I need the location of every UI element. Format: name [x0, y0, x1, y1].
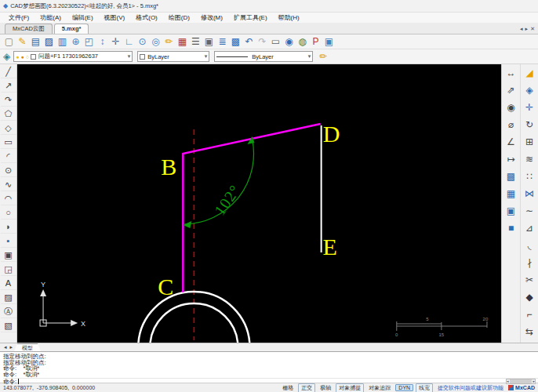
drawing-canvas[interactable]: 102° B C D E Y X 5 [17, 64, 501, 343]
layout-scroll-left-icon[interactable]: ◂ [2, 344, 9, 350]
dim-linear-icon[interactable]: ↔ [503, 64, 520, 82]
menu-modify[interactable]: 修改(M) [195, 13, 228, 22]
zoom-extents-icon[interactable]: ↕ [96, 35, 109, 49]
palette-icon[interactable]: ▦ [176, 35, 189, 49]
toggle-ortho[interactable]: 正交 [298, 383, 315, 392]
menu-view[interactable]: 视图(V) [99, 13, 131, 22]
zoom-window-icon[interactable]: ◰ [82, 35, 96, 49]
block-tools-icon[interactable]: ■ [503, 220, 520, 237]
mtext-tool-icon[interactable]: Ⓐ [1, 304, 16, 318]
scale-bar-entity[interactable]: 5 0 15 20 [395, 317, 489, 337]
circle-tool-icon[interactable]: ⊙ [1, 163, 16, 177]
polygon2-tool-icon[interactable]: ◇ [1, 121, 16, 135]
pan-icon[interactable]: ✛ [109, 35, 122, 49]
image-export-icon[interactable]: ▣ [322, 35, 336, 49]
join-icon[interactable]: ⇆ [521, 323, 538, 340]
copy-icon[interactable]: ◈ [521, 82, 538, 99]
arc3pt-tool-icon[interactable]: ◠ [1, 191, 16, 205]
menu-draw[interactable]: 绘图(D) [163, 13, 195, 22]
scroll-right-icon[interactable]: ▸ [533, 379, 535, 385]
web-upload-icon[interactable]: ◉ [282, 35, 296, 49]
dim-angular-icon[interactable]: ∠ [503, 133, 520, 151]
zoom-previous-icon[interactable]: ◎ [149, 35, 162, 49]
format-brush-icon[interactable]: ▩ [503, 168, 520, 185]
layer-manager-icon[interactable]: ▣ [202, 35, 216, 49]
text-tool-icon[interactable]: A [1, 276, 16, 290]
menu-edit[interactable]: 编辑(E) [67, 13, 99, 22]
draw-order-pencil-icon[interactable]: ✏ [319, 51, 327, 62]
dim-aligned-icon[interactable]: ⇗ [503, 82, 520, 99]
point-label-c[interactable]: C [158, 274, 173, 299]
dim-diameter-icon[interactable]: ⌀ [503, 116, 520, 133]
tab-mxcad-cloud[interactable]: MxCAD云图 [5, 24, 53, 34]
angle-value-label[interactable]: 102° [211, 181, 244, 218]
dim-radius-icon[interactable]: ◉ [503, 99, 520, 116]
construction-line-icon[interactable]: ↗ [1, 78, 16, 93]
model-tab[interactable]: 模型 [14, 343, 41, 351]
linetype-dropdown[interactable]: ByLayer ▾ [214, 51, 313, 62]
save-icon[interactable]: ▤ [29, 35, 42, 49]
chevron-down-icon[interactable]: ▾ [125, 53, 131, 60]
feedback-link[interactable]: 提交软件问题或建议新功能 [438, 384, 503, 392]
hatch-tool-icon[interactable]: ▧ [1, 318, 16, 332]
trim-icon[interactable]: ✂ [521, 271, 538, 289]
match-props-icon[interactable]: ▦ [503, 185, 520, 202]
properties-panel-icon[interactable]: ≣ [216, 35, 229, 49]
rotate-icon[interactable]: ↻ [521, 116, 538, 133]
move-icon[interactable]: ✛ [521, 99, 538, 116]
layout-scroll-right-icon[interactable]: ▸ [9, 344, 15, 350]
zoom-in-icon[interactable]: ⊕ [69, 35, 82, 49]
save-as-icon[interactable]: ▥ [56, 35, 69, 49]
options-icon[interactable]: ▩ [229, 35, 242, 49]
layer-dropdown[interactable]: ●●○ 问题+F1 17301962637 ▾ [13, 51, 133, 62]
ellipse-tool-icon[interactable]: ○ [1, 205, 16, 220]
edit-file-icon[interactable]: ✎ [16, 35, 29, 49]
linetype-manager-icon[interactable]: ☰ [189, 35, 202, 49]
tab-scroll-right-icon[interactable]: ▸ [525, 26, 529, 32]
toggle-otrack[interactable]: 对象追踪 [366, 384, 393, 392]
color-dropdown[interactable]: ByLayer ▾ [137, 51, 209, 62]
new-file-icon[interactable]: ▢ [2, 35, 16, 49]
array-icon[interactable]: ∷ [521, 168, 538, 185]
open-folder-icon[interactable]: ▨ [42, 35, 56, 49]
chevron-down-icon[interactable]: ▾ [305, 53, 311, 60]
layers-palette-icon[interactable]: ◈ [3, 51, 10, 62]
polyline-tool-icon[interactable]: ↷ [1, 93, 16, 107]
toggle-polar[interactable]: 极轴 [318, 384, 333, 392]
web-share-icon[interactable]: ◍ [296, 35, 309, 49]
magenta-polyline-entity[interactable] [183, 124, 320, 292]
line-tool-icon[interactable]: ╱ [1, 64, 16, 78]
command-hscrollbar[interactable]: ◂ ▸ [506, 379, 536, 384]
ucs-measure-icon[interactable]: ∟ [122, 35, 136, 49]
print-icon[interactable]: ▭ [269, 35, 282, 49]
toggle-dyn[interactable]: DYN [395, 384, 413, 391]
point-label-b[interactable]: B [161, 154, 176, 180]
menu-express-tools[interactable]: 扩展工具(E) [228, 13, 273, 22]
menu-function[interactable]: 功能(A) [35, 13, 67, 22]
erase-icon[interactable]: ◢ [521, 64, 538, 82]
chamfer-icon[interactable]: ⊿ [521, 220, 538, 237]
menu-format[interactable]: 格式(O) [130, 13, 163, 22]
block-rotate-icon[interactable]: ◲ [1, 262, 16, 276]
explode-icon[interactable]: ◆ [521, 289, 538, 306]
spline-tool-icon[interactable]: ∿ [1, 177, 16, 191]
undo-icon[interactable]: ↶ [242, 35, 256, 49]
tab-close-icon[interactable]: ✕ [530, 26, 535, 32]
ellipse-arc-tool-icon[interactable]: ◗ [1, 220, 16, 234]
toggle-lineweight[interactable]: 线宽 [416, 383, 433, 392]
command-window[interactable]: 指定移动到的点:指定移动到的点:命令: *取消*命令: *取消* 命令: ◂ ▸ [0, 351, 538, 383]
draw-pencil-icon[interactable]: ✏ [162, 35, 176, 49]
scrollbar-thumb[interactable] [510, 379, 533, 383]
layer-on-icon[interactable]: ● [16, 54, 19, 60]
menu-help[interactable]: 帮助(H) [273, 13, 305, 22]
tab-current-drawing[interactable]: 5.mxg* [54, 24, 89, 34]
dim-continue-icon[interactable]: ↦ [503, 151, 520, 168]
image-tool-icon[interactable]: ▨ [1, 290, 16, 304]
break-icon[interactable]: ∤ [521, 254, 538, 271]
mirror-icon[interactable]: ⋈ [521, 185, 538, 202]
layer-lock-icon[interactable]: ● [20, 54, 24, 60]
zoom-circle-icon[interactable]: ⊙ [136, 35, 149, 49]
point-label-e[interactable]: E [322, 234, 336, 260]
scale-icon[interactable]: ⊞ [521, 133, 538, 151]
redo-icon[interactable]: ↷ [256, 35, 269, 49]
